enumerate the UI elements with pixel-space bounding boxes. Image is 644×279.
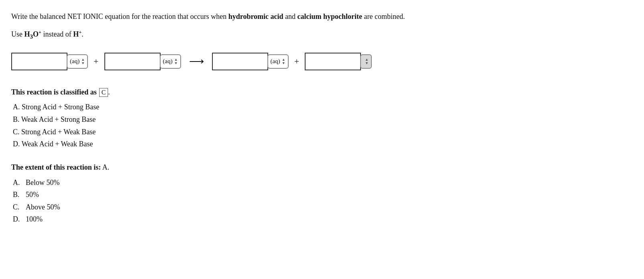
reactant2-state-label: (aq) bbox=[163, 58, 173, 65]
question-text-after: are combined. bbox=[362, 12, 405, 21]
classification-option-d-text: Weak Acid + Weak Base bbox=[22, 140, 93, 148]
extent-line: The extent of this reaction is: A. bbox=[11, 162, 633, 173]
classification-option-b-letter: B. bbox=[13, 115, 21, 123]
classification-option-c: C. Strong Acid + Weak Base bbox=[13, 126, 633, 138]
question-text: Write the balanced NET IONIC equation fo… bbox=[11, 11, 633, 22]
reactant1-state-select[interactable]: (aq) ▲▼ bbox=[67, 54, 88, 69]
extent-option-c-letter: C. bbox=[13, 201, 21, 213]
reactant1-box: (aq) ▲▼ bbox=[11, 53, 88, 70]
extent-option-b-letter: B. bbox=[13, 189, 21, 201]
classification-option-a-text: Strong Acid + Strong Base bbox=[22, 103, 99, 111]
question-bold2: calcium hypochlorite bbox=[298, 12, 362, 21]
h3o-instruction: Use H3O+ instead of H+. bbox=[11, 29, 633, 41]
classified-line: This reaction is classified as C. bbox=[11, 86, 633, 98]
reactant1-input[interactable] bbox=[11, 53, 67, 70]
classification-section: This reaction is classified as C. A. Str… bbox=[11, 86, 633, 150]
h3o-period: . bbox=[82, 30, 84, 38]
classified-label-bold: This reaction is classified as bbox=[11, 88, 97, 96]
reactant1-state-label: (aq) bbox=[70, 58, 79, 65]
extent-option-d-text: 100% bbox=[26, 213, 43, 226]
product2-box: ▲▼ bbox=[305, 53, 372, 70]
plus2: + bbox=[294, 56, 299, 67]
plus1: + bbox=[94, 56, 98, 67]
h3o-bold: H3O+ bbox=[24, 30, 41, 38]
extent-option-b-text: 50% bbox=[26, 189, 39, 201]
product1-input[interactable] bbox=[212, 53, 268, 70]
extent-option-d-letter: D. bbox=[13, 213, 21, 226]
extent-option-d: D.100% bbox=[13, 213, 633, 226]
classification-option-c-text: Strong Acid + Weak Base bbox=[21, 128, 96, 136]
reactant2-input[interactable] bbox=[104, 53, 161, 70]
question-text-before: Write the balanced NET IONIC equation fo… bbox=[11, 12, 228, 21]
extent-option-a-text: Below 50% bbox=[26, 176, 60, 189]
classification-option-d: D. Weak Acid + Weak Base bbox=[13, 138, 633, 150]
reaction-arrow: ⟶ bbox=[189, 56, 204, 67]
classification-option-d-letter: D. bbox=[13, 140, 22, 148]
classification-options: A. Strong Acid + Strong Base B. Weak Aci… bbox=[13, 101, 633, 150]
extent-answer[interactable]: A bbox=[102, 163, 108, 171]
extent-option-a: A.Below 50% bbox=[13, 176, 633, 189]
extent-label-bold: The extent of this reaction is: bbox=[11, 163, 101, 171]
equation-row: (aq) ▲▼ + (aq) ▲▼ ⟶ (aq) ▲▼ + ▲▼ bbox=[11, 53, 633, 70]
reactant2-state-arrows: ▲▼ bbox=[174, 58, 178, 65]
extent-options: A.Below 50% B.50% C.Above 50% D.100% bbox=[13, 176, 633, 226]
reactant2-state-select[interactable]: (aq) ▲▼ bbox=[160, 54, 181, 69]
h3o-bold2: H+ bbox=[73, 30, 82, 38]
classification-option-c-letter: C. bbox=[13, 128, 21, 136]
product1-box: (aq) ▲▼ bbox=[212, 53, 289, 70]
classification-option-a-letter: A. bbox=[13, 103, 22, 111]
extent-option-b: B.50% bbox=[13, 189, 633, 201]
question-text-mid: and bbox=[283, 12, 298, 21]
h3o-suffix: instead of bbox=[41, 30, 73, 38]
classification-answer[interactable]: C bbox=[99, 88, 108, 97]
product1-state-arrows: ▲▼ bbox=[282, 58, 285, 65]
extent-option-c-text: Above 50% bbox=[26, 201, 60, 213]
product2-state-select[interactable]: ▲▼ bbox=[360, 54, 372, 69]
classification-option-b-text: Weak Acid + Strong Base bbox=[21, 115, 96, 123]
classification-option-a: A. Strong Acid + Strong Base bbox=[13, 101, 633, 113]
question-bold1: hydrobromic acid bbox=[228, 12, 283, 21]
extent-section: The extent of this reaction is: A. A.Bel… bbox=[11, 162, 633, 226]
extent-option-a-letter: A. bbox=[13, 176, 21, 189]
classification-option-b: B. Weak Acid + Strong Base bbox=[13, 113, 633, 126]
product2-state-arrows: ▲▼ bbox=[365, 58, 369, 65]
product1-state-label: (aq) bbox=[271, 58, 280, 65]
reactant2-box: (aq) ▲▼ bbox=[104, 53, 181, 70]
product2-input[interactable] bbox=[305, 53, 361, 70]
h3o-prefix: Use bbox=[11, 30, 24, 38]
reactant1-state-arrows: ▲▼ bbox=[81, 58, 85, 65]
product1-state-select[interactable]: (aq) ▲▼ bbox=[267, 54, 289, 69]
extent-option-c: C.Above 50% bbox=[13, 201, 633, 213]
